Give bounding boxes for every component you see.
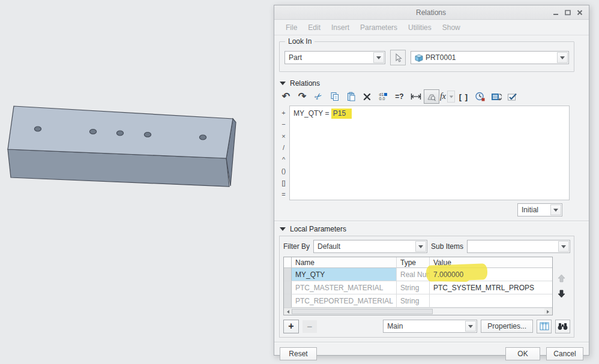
- param-type-cell[interactable]: String: [397, 281, 430, 294]
- menu-parameters[interactable]: Parameters: [355, 21, 403, 34]
- row-selector[interactable]: [284, 268, 292, 281]
- paste-icon: [346, 92, 356, 101]
- param-name-cell[interactable]: MY_QTY: [292, 268, 397, 281]
- hole-2: [89, 130, 96, 134]
- model-dropdown[interactable]: PRT0001: [411, 51, 569, 64]
- insert-units-button[interactable]: [ ]: [456, 89, 472, 104]
- move-up-button[interactable]: [558, 274, 565, 282]
- look-in-scope-arrow[interactable]: [373, 52, 384, 63]
- close-button[interactable]: [576, 8, 584, 17]
- param-name-cell[interactable]: PTC_REPORTED_MATERIAL: [292, 294, 397, 308]
- scroll-left-button[interactable]: [284, 308, 292, 315]
- reset-button[interactable]: Reset: [280, 347, 317, 360]
- look-in-scope-dropdown[interactable]: Part: [284, 51, 385, 64]
- chevron-down-icon: [449, 95, 453, 98]
- cancel-button[interactable]: Cancel: [546, 347, 583, 360]
- table-row[interactable]: PTC_REPORTED_MATERIAL String: [284, 294, 552, 308]
- row-selector-header: [284, 257, 292, 268]
- param-value-cell[interactable]: 7.000000: [430, 268, 552, 281]
- look-in-group: Look In Part PRT0001: [279, 41, 574, 72]
- menu-insert[interactable]: Insert: [326, 21, 355, 34]
- dataset-dropdown[interactable]: Initial: [517, 203, 562, 216]
- function-fx-icon: fx: [440, 92, 446, 101]
- parameter-group-dropdown[interactable]: Main: [383, 320, 477, 333]
- horizontal-scrollbar[interactable]: [284, 308, 552, 315]
- maximize-button[interactable]: [564, 8, 572, 17]
- sub-items-dropdown[interactable]: [467, 240, 570, 253]
- operator-parens[interactable]: (): [278, 166, 289, 178]
- collapse-triangle-icon: [280, 227, 286, 231]
- row-selector[interactable]: [284, 281, 292, 294]
- menu-utilities[interactable]: Utilities: [403, 21, 437, 34]
- menu-edit[interactable]: Edit: [303, 21, 326, 34]
- insert-function-button[interactable]: fx: [439, 89, 456, 104]
- function-dropdown-arrow[interactable]: [447, 91, 455, 103]
- copy-button[interactable]: [327, 89, 343, 104]
- find-in-model-button[interactable]: [424, 89, 439, 104]
- regenerate-relations-button[interactable]: [472, 89, 488, 104]
- relations-code-editor[interactable]: MY_QTY = P15: [289, 106, 570, 200]
- filter-by-dropdown[interactable]: Default: [313, 240, 427, 253]
- properties-button[interactable]: Properties...: [481, 320, 533, 333]
- move-down-button[interactable]: [558, 290, 565, 298]
- switch-dimensions-icon: d1 0.0: [379, 92, 388, 101]
- sort-relations-button[interactable]: [488, 89, 504, 104]
- operator-plus[interactable]: +: [278, 107, 289, 119]
- cut-button[interactable]: ✂: [310, 89, 327, 104]
- titlebar[interactable]: Relations: [274, 5, 589, 20]
- relations-section-header[interactable]: Relations: [280, 79, 589, 88]
- add-parameter-button[interactable]: +: [283, 320, 299, 333]
- find-in-model-icon: [427, 92, 436, 101]
- operator-power[interactable]: ^: [278, 154, 289, 166]
- param-type-cell[interactable]: String: [397, 294, 430, 308]
- footer-separator: [274, 342, 589, 343]
- menu-file[interactable]: File: [280, 21, 303, 34]
- sub-items-arrow[interactable]: [558, 241, 569, 252]
- operator-equals[interactable]: =: [278, 189, 289, 201]
- filter-by-arrow[interactable]: [415, 241, 426, 252]
- binoculars-icon: [558, 322, 568, 330]
- undo-button[interactable]: ↶: [278, 89, 294, 104]
- model-dropdown-arrow[interactable]: [557, 52, 568, 63]
- select-item-button[interactable]: [390, 50, 406, 65]
- param-value-cell[interactable]: [430, 294, 552, 308]
- redo-button[interactable]: ↷: [294, 89, 310, 104]
- evaluate-button[interactable]: =?: [391, 89, 408, 104]
- verify-relations-button[interactable]: [504, 89, 520, 104]
- insert-dimension-button[interactable]: [408, 89, 424, 104]
- param-value-cell[interactable]: PTC_SYSTEM_MTRL_PROPS: [430, 281, 552, 294]
- operator-minus[interactable]: −: [278, 119, 289, 131]
- parameter-group-arrow[interactable]: [465, 321, 476, 332]
- section-separator: [274, 221, 589, 222]
- scrollbar-thumb[interactable]: [292, 309, 433, 314]
- column-header-name[interactable]: Name: [292, 257, 397, 268]
- scissors-icon: ✂: [312, 90, 325, 103]
- minimize-button[interactable]: [552, 8, 560, 17]
- scroll-right-button[interactable]: [544, 308, 552, 315]
- ok-button[interactable]: OK: [505, 347, 540, 360]
- table-row[interactable]: PTC_MASTER_MATERIAL String PTC_SYSTEM_MT…: [284, 281, 552, 294]
- paste-button[interactable]: [343, 89, 359, 104]
- sub-items-value: [468, 240, 558, 252]
- customize-columns-button[interactable]: [537, 320, 552, 333]
- table-row[interactable]: MY_QTY Real Numb 7.000000: [284, 268, 552, 281]
- menu-show[interactable]: Show: [437, 21, 466, 34]
- scrollbar-track[interactable]: [433, 308, 544, 315]
- local-parameters-section-header[interactable]: Local Parameters: [280, 225, 589, 233]
- 3d-model-viewport[interactable]: [0, 0, 274, 364]
- param-type-cell[interactable]: Real Numb: [397, 268, 430, 281]
- remove-parameter-button[interactable]: −: [303, 320, 317, 333]
- column-header-type[interactable]: Type: [397, 257, 430, 268]
- row-selector[interactable]: [284, 294, 292, 308]
- minimize-icon: [553, 10, 559, 16]
- delete-button[interactable]: [359, 89, 375, 104]
- switch-dimensions-button[interactable]: d1 0.0: [375, 89, 391, 104]
- chevron-down-icon: [468, 325, 473, 328]
- operator-multiply[interactable]: ×: [278, 130, 289, 142]
- operator-brackets[interactable]: []: [278, 177, 289, 189]
- search-parameters-button[interactable]: [555, 320, 570, 333]
- operator-divide[interactable]: /: [278, 142, 289, 154]
- dialog-title: Relations: [274, 8, 552, 17]
- param-name-cell[interactable]: PTC_MASTER_MATERIAL: [292, 281, 397, 294]
- dataset-dropdown-arrow[interactable]: [550, 204, 561, 215]
